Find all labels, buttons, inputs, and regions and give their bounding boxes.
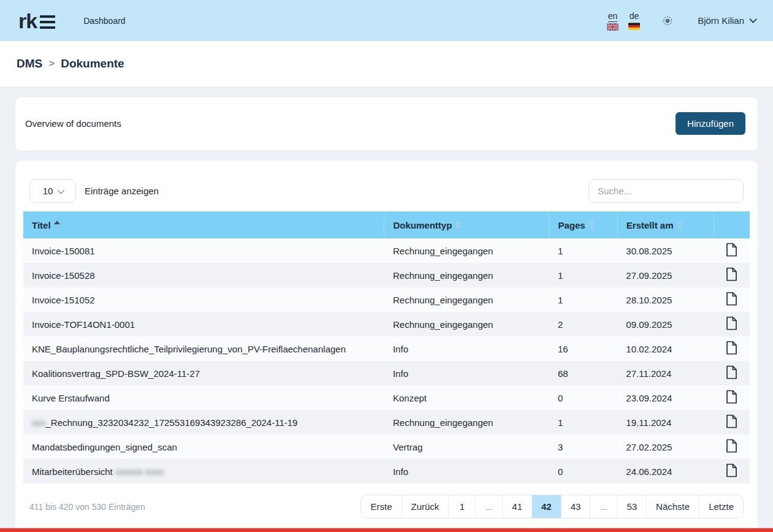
main-nav: Dashboard <box>83 16 126 26</box>
cell-created-date: 30.08.2025 <box>617 238 714 263</box>
cell-pages: 1 <box>549 287 617 312</box>
cell-title: Invoice-150528 <box>23 263 384 287</box>
breadcrumb: DMS > Dokumente <box>17 57 756 70</box>
table-row[interactable]: Kurve ErstaufwandKonzept023.09.2024 <box>23 386 750 410</box>
add-document-button[interactable]: Hinzufügen <box>676 112 745 135</box>
column-header-dokumenttyp[interactable]: Dokumenttyp <box>384 211 549 238</box>
cell-document-type: Rechnung_eingegangen <box>384 238 549 263</box>
documents-table: TitelDokumenttypPagesErstellt am Invoice… <box>23 211 750 484</box>
language-switcher: ende <box>607 11 640 31</box>
table-row[interactable]: Invoice-TOF14ON1-0001Rechnung_eingegange… <box>23 312 750 336</box>
open-document-button[interactable] <box>723 364 740 382</box>
open-document-button[interactable] <box>723 291 740 309</box>
cell-pages: 3 <box>549 435 617 459</box>
page-size-value: 10 <box>43 186 53 196</box>
cell-actions <box>714 410 750 435</box>
redacted-text: xxx <box>32 417 46 428</box>
breadcrumb-bar: DMS > Dokumente <box>0 41 773 88</box>
sort-icon <box>54 221 60 229</box>
cell-created-date: 09.09.2025 <box>617 312 714 336</box>
pagination-page-41[interactable]: 41 <box>502 495 531 518</box>
cell-pages: 0 <box>549 386 617 410</box>
document-file-icon <box>726 292 737 308</box>
open-document-button[interactable] <box>723 241 740 260</box>
nav-item-dashboard[interactable]: Dashboard <box>83 16 126 26</box>
cell-actions <box>714 312 750 336</box>
pagination-page-53[interactable]: 53 <box>617 495 646 518</box>
open-document-button[interactable] <box>723 438 740 456</box>
pagination-erste[interactable]: Erste <box>361 495 401 518</box>
column-label: Dokumenttyp <box>393 220 452 230</box>
language-option-de[interactable]: de <box>628 11 640 31</box>
column-header-pages[interactable]: Pages <box>549 211 617 238</box>
app-logo[interactable]: rk <box>18 10 55 31</box>
column-header-actions <box>714 211 750 238</box>
cell-created-date: 10.02.2024 <box>617 336 714 361</box>
chevron-down-icon <box>58 186 64 193</box>
open-document-button[interactable] <box>723 413 740 431</box>
table-row[interactable]: Mandatsbedingungen_signed_scanVertrag327… <box>23 435 750 459</box>
document-file-icon <box>726 267 737 283</box>
cell-actions <box>714 459 750 484</box>
theme-toggle-sun-icon[interactable] <box>662 15 673 26</box>
table-row[interactable]: Invoice-150081Rechnung_eingegangen130.08… <box>23 238 750 263</box>
pagination-nachste[interactable]: Nächste <box>646 495 699 518</box>
cell-title: xxx_Rechnung_3232034232_1725531693439232… <box>23 410 384 435</box>
cell-actions <box>714 263 750 287</box>
column-label: Erstellt am <box>626 220 674 230</box>
cell-document-type: Rechnung_eingegangen <box>384 263 549 287</box>
table-row[interactable]: Invoice-151052Rechnung_eingegangen128.10… <box>23 287 750 312</box>
pagination-zuruck[interactable]: Zurück <box>402 495 449 518</box>
cell-created-date: 23.09.2024 <box>617 386 714 410</box>
pagination-letzte[interactable]: Letzte <box>699 495 743 518</box>
cell-pages: 0 <box>549 459 617 484</box>
cell-actions <box>714 238 750 263</box>
chevron-down-icon <box>749 15 757 23</box>
table-row[interactable]: KNE_Bauplanungsrechtliche_Teilprivilegie… <box>23 336 750 361</box>
table-row[interactable]: Invoice-150528Rechnung_eingegangen127.09… <box>23 263 750 287</box>
table-row[interactable]: Koalitionsvertrag_SPD-BSW_2024-11-27Info… <box>23 361 750 386</box>
pagination-page-1[interactable]: 1 <box>448 495 475 518</box>
document-file-icon <box>726 243 737 259</box>
column-label: Pages <box>558 220 585 230</box>
open-document-button[interactable] <box>723 266 740 284</box>
table-controls: 10 Einträge anzeigen <box>23 179 750 203</box>
cell-actions <box>714 287 750 312</box>
cell-pages: 1 <box>549 263 617 287</box>
entries-info: 411 bis 420 von 530 Einträgen <box>29 502 145 512</box>
column-header-erstellt-am[interactable]: Erstellt am <box>617 211 714 238</box>
cell-actions <box>714 435 750 459</box>
cell-created-date: 27.09.2025 <box>617 263 714 287</box>
user-menu[interactable]: Björn Kilian <box>698 15 755 26</box>
pagination-page-43[interactable]: 43 <box>561 495 590 518</box>
de-flag-icon <box>628 23 640 30</box>
pagination-ellipsis: ... <box>475 495 502 518</box>
cell-document-type: Info <box>384 459 549 484</box>
language-option-en[interactable]: en <box>607 11 619 31</box>
overview-card: Overview of documents Hinzufügen <box>15 97 758 151</box>
search-input[interactable] <box>588 179 744 203</box>
navbar-right: ende Björn Kilian <box>607 11 755 31</box>
table-row[interactable]: Mitarbeiterübersicht xxxxxx xxxxInfo024.… <box>23 459 750 484</box>
pagination-page-42[interactable]: 42 <box>531 495 561 518</box>
document-file-icon <box>726 439 737 455</box>
open-document-button[interactable] <box>723 340 740 358</box>
column-header-titel[interactable]: Titel <box>23 211 384 238</box>
open-document-button[interactable] <box>723 315 740 333</box>
open-document-button[interactable] <box>723 389 740 407</box>
cell-document-type: Info <box>384 361 549 386</box>
cell-actions <box>714 386 750 410</box>
cell-title: Koalitionsvertrag_SPD-BSW_2024-11-27 <box>23 361 384 386</box>
user-name: Björn Kilian <box>698 15 744 26</box>
page-size-select[interactable]: 10 <box>29 179 76 203</box>
overview-title: Overview of documents <box>25 118 121 129</box>
document-file-icon <box>726 316 737 332</box>
breadcrumb-parent[interactable]: DMS <box>17 57 42 70</box>
table-row[interactable]: xxx_Rechnung_3232034232_1725531693439232… <box>23 410 750 435</box>
bottom-alert-bar <box>0 528 773 532</box>
open-document-button[interactable] <box>723 462 740 481</box>
cell-document-type: Konzept <box>384 386 549 410</box>
language-code: de <box>630 11 639 21</box>
cell-document-type: Info <box>384 336 549 361</box>
document-file-icon <box>726 463 737 479</box>
